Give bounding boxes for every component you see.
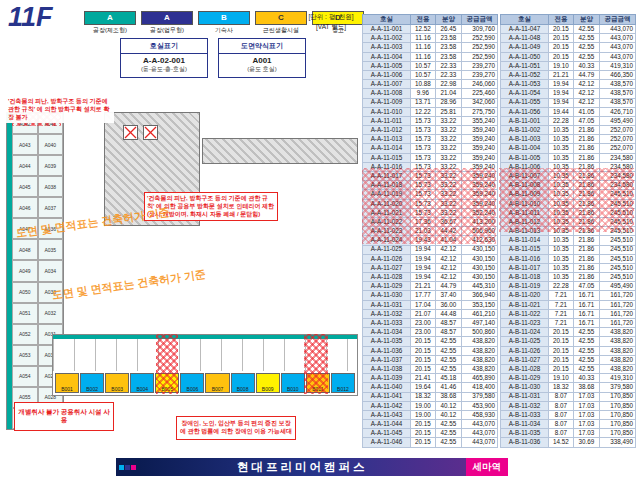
table-row: A-B-11-02720.1542.55438,820 [501, 355, 636, 364]
room-id-cell: A-A-11-030 [363, 291, 411, 300]
table-row: A-A-11-04118.3238.68379,580 [363, 392, 498, 401]
table-row: A-B-11-0318.0717.03170,850 [501, 392, 636, 401]
room-id-cell: A-A-11-028 [363, 273, 411, 282]
room-id-cell: A-A-11-040 [363, 383, 411, 392]
value-cell: 44.79 [436, 282, 462, 291]
value-cell: 252,590 [462, 34, 498, 43]
column-header: 분양 [436, 15, 462, 25]
value-cell: 23.58 [436, 43, 462, 52]
value-cell: 438,820 [600, 355, 636, 364]
value-cell: 465,890 [462, 374, 498, 383]
value-cell: 33.22 [436, 153, 462, 162]
value-cell: 41.05 [574, 107, 600, 116]
table-row: A-A-11-03720.1542.55438,820 [363, 355, 498, 364]
table-row: A-B-11-03614.5230.69338,490 [501, 438, 636, 447]
value-cell: 20.15 [411, 420, 436, 429]
footer-bar: 현대프리미어캠퍼스 세마역 [116, 458, 508, 476]
notation-plan-example: A001 [219, 56, 305, 65]
value-cell: 438,820 [600, 364, 636, 373]
value-cell: 19.94 [549, 80, 574, 89]
value-cell: 21.86 [574, 126, 600, 135]
value-cell: 495,490 [600, 116, 636, 125]
value-cell: 26.45 [436, 25, 462, 34]
notation-room-desc: (동-용도-층-호실) [121, 65, 207, 74]
room-id-cell: A-B-11-018 [501, 273, 549, 282]
room-id-cell: A-A-11-033 [363, 319, 411, 328]
value-cell: 170,850 [600, 420, 636, 429]
value-cell: 366,940 [462, 291, 498, 300]
value-cell: 37.40 [436, 291, 462, 300]
value-cell: 20.15 [411, 429, 436, 438]
value-cell: 20.15 [549, 328, 574, 337]
fire-partition-note: '건축물의 피난, 방화구조 등의 기준에 관한 규칙' 에 의한 방화구획 설… [6, 96, 114, 123]
plan-room: A043 [12, 134, 38, 155]
vat-note-line: [VAT 별도] [302, 22, 360, 32]
value-cell: 21.86 [574, 135, 600, 144]
value-cell: 10.57 [411, 70, 436, 79]
value-cell: 443,070 [600, 34, 636, 43]
room-id-cell: A-A-11-003 [363, 43, 411, 52]
value-cell: 9.96 [411, 89, 436, 98]
value-cell: 359,240 [462, 153, 498, 162]
value-cell: 42.55 [574, 43, 600, 52]
value-cell: 15.73 [411, 144, 436, 153]
value-cell: 48.57 [436, 328, 462, 337]
table-row: A-B-11-01510.3521.86245,510 [501, 245, 636, 254]
value-cell: 33.22 [436, 135, 462, 144]
value-cell: 21.86 [574, 144, 600, 153]
value-cell: 359,240 [462, 144, 498, 153]
room-id-cell: A-A-11-004 [363, 52, 411, 61]
room-id-cell: A-A-11-041 [363, 392, 411, 401]
value-cell: 161,720 [600, 300, 636, 309]
value-cell: 21.07 [411, 309, 436, 318]
floor-label: 11F [8, 2, 53, 33]
table-row: A-A-11-03620.1542.55438,820 [363, 346, 498, 355]
room-id-cell: A-A-11-013 [363, 135, 411, 144]
value-cell: 17.03 [574, 410, 600, 419]
value-cell: 170,850 [600, 392, 636, 401]
room-id-cell: A-B-11-022 [501, 309, 549, 318]
table-row: A-B-11-0348.0717.03170,850 [501, 420, 636, 429]
value-cell: 15.73 [411, 135, 436, 144]
value-cell: 252,070 [600, 144, 636, 153]
column-header: 호실 [363, 15, 411, 25]
table-row: A-A-11-04420.1542.55443,070 [363, 420, 498, 429]
value-cell: 42.12 [436, 254, 462, 263]
value-cell: 430,150 [462, 273, 498, 282]
table-row: A-B-11-00310.3521.86252,070 [501, 135, 636, 144]
table-row: A-A-11-02819.9442.12430,150 [363, 273, 498, 282]
value-cell: 458,930 [462, 410, 498, 419]
value-cell: 42.12 [574, 89, 600, 98]
room-id-cell: A-A-11-036 [363, 346, 411, 355]
legend-color-swatch: C [255, 11, 307, 25]
value-cell: 426,710 [600, 107, 636, 116]
plan-room: A053 [12, 345, 38, 366]
value-cell: 16.71 [574, 291, 600, 300]
sold-out-hatch [362, 168, 496, 244]
table-row: A-A-11-00211.1623.58252,590 [363, 34, 498, 43]
value-cell: 22.33 [436, 70, 462, 79]
room-id-cell: A-B-11-019 [501, 282, 549, 291]
value-cell: 275,750 [462, 107, 498, 116]
room-id-cell: A-A-11-009 [363, 98, 411, 107]
plan-room: B006 [180, 373, 204, 393]
table-row: A-A-11-00510.5722.33239,270 [363, 61, 498, 70]
table-row: A-B-11-00122.2847.05495,490 [501, 116, 636, 125]
table-row: A-B-11-00410.3521.86252,070 [501, 144, 636, 153]
value-cell: 443,070 [600, 43, 636, 52]
value-cell: 438,820 [600, 346, 636, 355]
room-id-cell: A-A-11-044 [363, 420, 411, 429]
table-row: A-B-11-0338.0717.03170,850 [501, 410, 636, 419]
value-cell: 225,460 [462, 89, 498, 98]
table-row: A-B-11-0217.2116.71161,720 [501, 300, 636, 309]
value-cell: 48.57 [436, 319, 462, 328]
value-cell: 438,820 [462, 364, 498, 373]
room-id-cell: A-A-11-007 [363, 80, 411, 89]
value-cell: 8.07 [549, 392, 574, 401]
table-row: A-A-11-03117.0436.00353,150 [363, 300, 498, 309]
value-cell: 461,210 [462, 309, 498, 318]
value-cell: 36.00 [436, 300, 462, 309]
value-cell: 15.73 [411, 153, 436, 162]
value-cell: 42.55 [436, 346, 462, 355]
legend-color-swatch: B [198, 11, 250, 25]
